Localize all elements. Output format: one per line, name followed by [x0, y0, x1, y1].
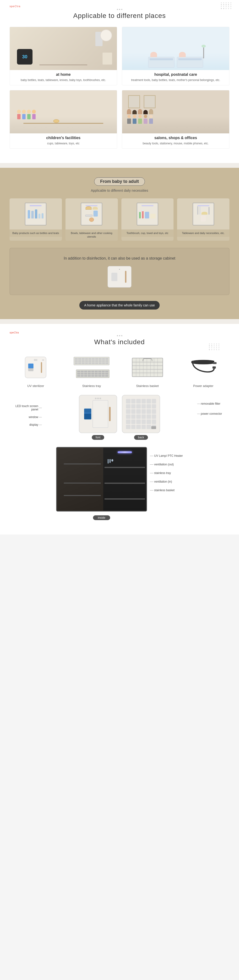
tb14 — [91, 373, 94, 375]
salon-person-1 — [127, 109, 131, 124]
bg2 — [131, 399, 136, 404]
bg21 — [136, 414, 141, 419]
basket-visual — [132, 358, 163, 377]
item-toothbrush-image — [121, 198, 174, 229]
uv-sterilizer-visual: ●● — [25, 356, 46, 378]
display-screen — [28, 364, 33, 368]
items-grid: Baby products such as bottles and teats … — [10, 198, 229, 241]
tc30 — [105, 362, 108, 364]
child1-body — [17, 114, 21, 119]
place-card-salon: salons, shops & offices beauty tools, st… — [122, 90, 229, 149]
bg8 — [131, 404, 136, 409]
svg-rect-3 — [212, 366, 216, 369]
front-window — [92, 400, 108, 428]
adapter-svg — [190, 358, 217, 375]
idg20 — [218, 349, 220, 350]
tc25 — [88, 362, 91, 364]
place-hospital-desc: treatment tools, baby bottles, teats, mo… — [122, 78, 229, 85]
tc12 — [78, 360, 81, 362]
item-tableware-label: Tableware and daily necessities, etc. — [177, 229, 229, 237]
salon-mirror — [128, 95, 140, 108]
tc13 — [82, 360, 84, 362]
tb4 — [88, 371, 91, 372]
uv-effect-4 — [198, 205, 209, 206]
children-group — [13, 94, 113, 130]
inside-interior — [103, 448, 146, 511]
tc29 — [102, 362, 105, 364]
inside-label-uv: UV Lamp/ PTC Heater — [154, 454, 183, 458]
top-vents — [34, 359, 37, 361]
child1-head — [17, 110, 21, 113]
sterilizer-home: 30 — [17, 49, 32, 65]
dot-3 — [121, 9, 123, 10]
dg15 — [230, 6, 231, 7]
bed-sheet-2 — [178, 58, 202, 60]
inside-door-panel — [57, 448, 103, 511]
bowl-3 — [89, 218, 94, 222]
child-4 — [32, 110, 36, 119]
brand-c: C — [14, 5, 17, 8]
tc5 — [88, 358, 91, 360]
steril-dots: ●● — [42, 359, 44, 361]
idg10 — [218, 345, 220, 346]
sp3-head — [139, 115, 142, 118]
bg28 — [142, 420, 146, 424]
bg16 — [142, 409, 146, 414]
tc8 — [99, 358, 102, 360]
idg8 — [214, 345, 215, 346]
tb19 — [77, 375, 80, 377]
dg13 — [226, 6, 226, 7]
sp1-head — [127, 115, 131, 118]
place-home-image: 30 — [10, 27, 117, 70]
tc11 — [75, 360, 78, 362]
cup-2 — [145, 212, 149, 218]
uv-effect-3 — [142, 205, 153, 206]
svg-rect-0 — [213, 362, 217, 364]
idg5 — [218, 344, 220, 344]
tray-grid-bottom — [77, 371, 108, 377]
incl-dot-grid — [209, 344, 220, 350]
child-3 — [27, 110, 31, 119]
small-brand: ● — [119, 268, 120, 270]
tc23 — [82, 362, 84, 364]
bowls-group — [83, 206, 100, 222]
place-salon-desc: beauty tools, stationery, mouse, mobile … — [122, 141, 229, 148]
brush-head-1 — [139, 210, 141, 212]
item-card-tableware: Tableware and daily necessities, etc. — [177, 198, 229, 241]
inside-device-container: inside — [56, 447, 147, 520]
bg5 — [147, 399, 151, 404]
vent-1 — [34, 359, 35, 361]
bg32 — [131, 425, 136, 429]
vent-3 — [37, 359, 37, 361]
place-hospital-title: hospital, postnatal care — [122, 70, 229, 78]
interior-shelf-1 — [104, 467, 145, 468]
tb20 — [81, 375, 84, 377]
item-card-bowls: Bowls, tableware and other cooking utens… — [65, 198, 118, 241]
incl-dots — [10, 335, 229, 336]
wire-v2 — [140, 358, 140, 377]
tray-visual — [73, 357, 110, 378]
salon-person-2 — [132, 110, 137, 124]
toothbrush-1 — [139, 210, 141, 218]
tray-surface-bottom — [76, 369, 110, 378]
bg6 — [152, 399, 156, 404]
sp4-hair — [143, 110, 148, 114]
inside-view-flex: inside UV Lamp/ PTC Heater ventilation (… — [10, 447, 229, 520]
tb27 — [105, 375, 108, 377]
salon-person-5 — [149, 109, 153, 124]
bed-group-1 — [148, 57, 174, 68]
bg17 — [147, 409, 151, 414]
teat-2 — [41, 213, 43, 218]
tray-img — [65, 353, 118, 382]
small-bar — [125, 271, 126, 283]
dot-grid-decoration — [221, 2, 232, 9]
inside-section: inside UV Lamp/ PTC Heater ventilation (… — [10, 447, 229, 520]
dg9 — [228, 4, 229, 5]
tb2 — [81, 371, 84, 372]
tb23 — [91, 375, 94, 377]
included-title: What's included — [10, 338, 229, 346]
tc19 — [102, 360, 105, 362]
teat-1 — [38, 214, 40, 218]
shelf-item-1b — [110, 459, 111, 463]
front-view-container: font — [79, 395, 117, 440]
